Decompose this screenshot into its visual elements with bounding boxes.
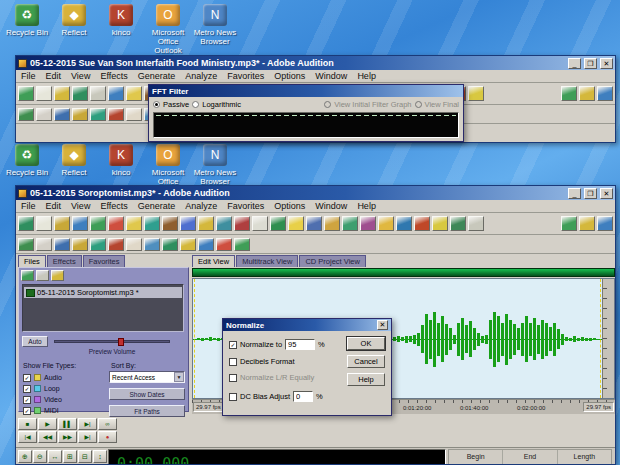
selection-edge-left[interactable] [194,279,195,398]
toolbar-icon[interactable] [162,238,178,251]
desktop-icon[interactable]: Kkinco [98,144,144,177]
minimize-button[interactable]: _ [568,188,581,199]
cancel-button[interactable]: Cancel [347,355,385,368]
zoom-button[interactable]: ⊖ [33,450,47,463]
close-button[interactable]: ✕ [600,188,613,199]
toolbar-icon[interactable] [198,238,214,251]
toolbar-icon[interactable] [36,108,52,121]
zoom-button[interactable]: ↔ [48,450,62,463]
tab-edit-view[interactable]: Edit View [192,255,235,267]
toolbar-icon[interactable] [90,238,106,251]
toolbar-icon[interactable] [108,216,124,231]
fft-filter-graph[interactable] [153,112,459,138]
transport-button[interactable]: ◀◀ [38,431,57,443]
zoom-button[interactable]: ⊕ [18,450,32,463]
toolbar-icon[interactable] [72,108,88,121]
toolbar-icon[interactable] [342,216,358,231]
logarithmic-radio[interactable] [192,101,199,108]
desktop-icon[interactable]: ♻Recycle Bin [4,4,50,37]
normalize-to-checkbox[interactable]: ✓ [229,341,237,349]
menu-options[interactable]: Options [269,71,310,81]
ok-button[interactable]: OK [347,337,385,350]
menu-window[interactable]: Window [310,201,352,211]
menu-analyze[interactable]: Analyze [180,201,222,211]
menu-view[interactable]: View [66,201,95,211]
toolbar-icon[interactable] [72,216,88,231]
auto-play-button[interactable]: Auto [22,336,48,347]
toolbar-icon[interactable] [72,86,88,101]
desktop-icon[interactable]: ◆Reflect [51,4,97,37]
toolbar-icon[interactable] [108,86,124,101]
toolbar-icon[interactable] [90,108,106,121]
toolbar-icon[interactable] [72,238,88,251]
normalize-to-input[interactable] [285,339,315,350]
toolbar-icon[interactable] [579,86,595,101]
toolbar-icon[interactable] [468,86,484,101]
toolbar-icon[interactable] [252,216,268,231]
desktop-icon[interactable]: NMetro News Browser [192,4,238,46]
toolbar-icon[interactable] [216,238,232,251]
decibels-format-checkbox[interactable] [229,358,237,366]
toolbar-icon[interactable] [144,238,160,251]
toolbar-icon[interactable] [36,216,52,231]
toolbar-icon[interactable] [180,216,196,231]
checkbox-audio[interactable]: ✓ [23,374,31,382]
window-title-bar[interactable]: 05-12-2015 Sue Van Son Interfaith Food M… [16,56,615,70]
dc-bias-adjust-checkbox[interactable] [229,393,237,401]
toolbar-icon[interactable] [324,216,340,231]
toolbar-icon[interactable] [18,86,34,101]
close-icon[interactable]: ✕ [377,320,388,330]
zoom-button[interactable]: ↕ [93,450,107,463]
desktop-icon[interactable]: ◆Reflect [51,144,97,177]
help-button[interactable]: Help [347,373,385,386]
preview-volume-slider[interactable] [54,340,170,343]
toolbar-icon[interactable] [414,216,430,231]
amplitude-ruler[interactable] [602,279,614,398]
tab-favorites[interactable]: Favorites [83,255,126,267]
transport-button[interactable]: |◀ [18,431,37,443]
transport-button[interactable]: ▶ [38,418,57,430]
toolbar-icon[interactable] [36,86,52,101]
menu-edit[interactable]: Edit [41,71,67,81]
dc-bias-input[interactable] [293,391,313,402]
slider-handle[interactable] [118,338,124,346]
desktop-icon[interactable]: OMicrosoft Office Outlook [145,4,191,55]
selection-edge-right[interactable] [600,279,601,398]
toolbar-icon[interactable] [90,86,106,101]
desktop-icon[interactable]: NMetro News Browser [192,144,238,186]
toolbar-icon[interactable] [126,108,142,121]
menu-window[interactable]: Window [310,71,352,81]
toolbar-icon[interactable] [126,86,142,101]
tab-files[interactable]: Files [18,255,46,267]
menu-file[interactable]: File [16,201,41,211]
tab-cd-project-view[interactable]: CD Project View [299,255,365,267]
transport-button[interactable]: ▌▌ [58,418,77,430]
toolbar-icon[interactable] [579,216,595,231]
menu-effects[interactable]: Effects [95,201,132,211]
transport-button[interactable]: ∞ [98,418,117,430]
transport-button[interactable]: ● [98,431,117,443]
menu-options[interactable]: Options [269,201,310,211]
checkbox-midi[interactable]: ✓ [23,407,31,415]
passive-radio[interactable] [153,101,160,108]
zoom-button[interactable]: ⊞ [63,450,77,463]
fit-paths-button[interactable]: Fit Paths [109,405,185,417]
maximize-button[interactable]: ❐ [584,58,597,69]
transport-button[interactable]: ▶| [78,418,97,430]
toolbar-icon[interactable] [18,216,34,231]
chevron-down-icon[interactable]: ▼ [174,372,184,382]
menu-help[interactable]: Help [352,71,381,81]
toolbar-icon[interactable] [561,216,577,231]
menu-analyze[interactable]: Analyze [180,71,222,81]
checkbox-video[interactable]: ✓ [23,396,31,404]
overview-bar[interactable] [192,268,615,277]
zoom-button[interactable]: ⊟ [78,450,92,463]
normalize-dialog-title-bar[interactable]: Normalize ✕ [223,319,391,331]
toolbar-icon[interactable] [108,108,124,121]
toolbar-icon[interactable] [54,238,70,251]
toolbar-icon[interactable] [54,216,70,231]
file-row-selected[interactable]: 05-11-2015 Soroptomist.mp3 * [24,287,182,298]
toolbar-icon[interactable] [36,238,52,251]
toolbar-icon[interactable] [378,216,394,231]
checkbox-loop[interactable]: ✓ [23,385,31,393]
